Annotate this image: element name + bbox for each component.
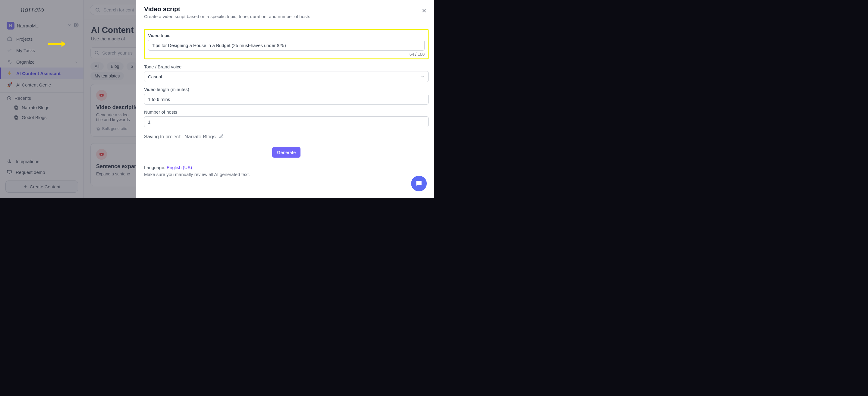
chat-widget[interactable] bbox=[411, 176, 427, 191]
project-name: Narrato Blogs bbox=[184, 134, 216, 140]
video-topic-input[interactable] bbox=[148, 40, 425, 51]
video-topic-label: Video topic bbox=[148, 33, 425, 38]
edit-project-icon[interactable] bbox=[219, 134, 224, 140]
hosts-input[interactable] bbox=[144, 116, 429, 127]
length-input[interactable] bbox=[144, 94, 429, 104]
saving-to-project: Saving to project: Narrato Blogs bbox=[144, 134, 429, 140]
video-script-modal: Video script Create a video script based… bbox=[136, 0, 434, 198]
tone-label: Tone / Brand voice bbox=[144, 64, 429, 69]
chevron-down-icon bbox=[421, 74, 425, 79]
char-counter: 64 / 100 bbox=[148, 52, 425, 57]
close-icon bbox=[421, 7, 427, 14]
video-topic-highlight: Video topic 64 / 100 bbox=[144, 29, 429, 59]
language-link[interactable]: English (US) bbox=[167, 165, 192, 170]
modal-title: Video script bbox=[144, 5, 429, 13]
hosts-label: Number of hosts bbox=[144, 110, 429, 115]
ai-review-tip: Make sure you manually review all AI gen… bbox=[144, 172, 429, 177]
length-label: Video length (minutes) bbox=[144, 87, 429, 92]
language-row: Language: English (US) bbox=[144, 165, 429, 170]
generate-button[interactable]: Generate bbox=[272, 147, 301, 158]
modal-subtitle: Create a video script based on a specifi… bbox=[144, 14, 429, 19]
select-value: Casual bbox=[148, 74, 162, 79]
close-button[interactable] bbox=[421, 7, 427, 15]
chat-icon bbox=[415, 180, 423, 187]
tone-select[interactable]: Casual bbox=[144, 71, 429, 82]
